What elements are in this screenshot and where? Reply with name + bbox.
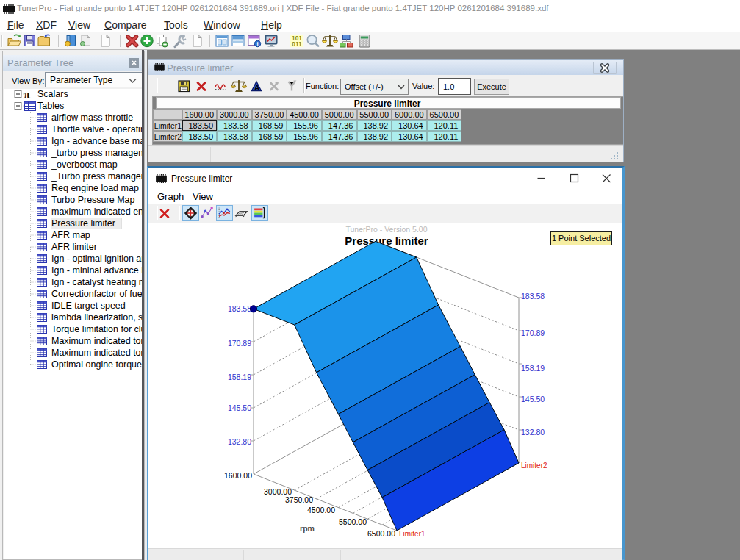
svg-text:Limiter2: Limiter2: [154, 132, 182, 141]
svg-text:138.92: 138.92: [363, 121, 388, 130]
svg-text:6500.00: 6500.00: [429, 110, 459, 119]
svg-text:158.19: 158.19: [228, 373, 251, 381]
svg-text:π: π: [24, 87, 31, 101]
svg-text:183.50: 183.50: [188, 132, 213, 141]
svg-text:Limiter1: Limiter1: [154, 121, 182, 130]
svg-text:4500.00: 4500.00: [290, 110, 319, 119]
svg-text:5500.00: 5500.00: [359, 110, 389, 119]
svg-text:168.59: 168.59: [258, 121, 283, 130]
svg-text:168.59: 168.59: [258, 132, 283, 141]
svg-text:183.58: 183.58: [223, 132, 248, 141]
svg-text:1600.00: 1600.00: [224, 471, 252, 480]
svg-text:155.96: 155.96: [293, 121, 318, 130]
svg-text:183.58: 183.58: [521, 292, 545, 301]
svg-text:A: A: [254, 84, 259, 92]
svg-text:6000.00: 6000.00: [394, 110, 423, 119]
svg-text:rpm: rpm: [300, 524, 315, 533]
svg-text:145.50: 145.50: [521, 395, 545, 403]
svg-text:147.36: 147.36: [328, 121, 353, 130]
svg-text:183.58: 183.58: [223, 121, 248, 130]
svg-text:3750.00: 3750.00: [254, 110, 284, 119]
svg-text:6500.00: 6500.00: [367, 529, 395, 538]
svg-text:5000.00: 5000.00: [324, 110, 353, 119]
svg-text:138.92: 138.92: [363, 132, 388, 141]
svg-text:147.36: 147.36: [328, 132, 353, 141]
svg-text:i: i: [256, 41, 258, 48]
svg-text:120.11: 120.11: [434, 121, 458, 130]
svg-text:011: 011: [292, 40, 302, 48]
svg-text:130.64: 130.64: [398, 121, 423, 130]
svg-text:158.19: 158.19: [521, 364, 545, 373]
svg-text:3000.00: 3000.00: [219, 110, 248, 119]
svg-text:170.89: 170.89: [228, 339, 251, 348]
svg-text:183.50: 183.50: [188, 121, 213, 130]
svg-text:145.50: 145.50: [228, 403, 251, 412]
svg-text:132.80: 132.80: [228, 437, 251, 446]
svg-text:130.64: 130.64: [398, 132, 423, 141]
svg-text:Limiter1: Limiter1: [399, 530, 425, 538]
svg-text:4500.00: 4500.00: [307, 506, 335, 514]
svg-text:1600.00: 1600.00: [184, 110, 214, 119]
svg-text:Pressure limiter: Pressure limiter: [353, 98, 420, 109]
svg-text:132.80: 132.80: [521, 428, 545, 437]
svg-text:170.89: 170.89: [521, 329, 545, 337]
svg-text:5500.00: 5500.00: [339, 517, 367, 526]
svg-text:120.11: 120.11: [434, 132, 458, 141]
svg-text:155.96: 155.96: [293, 132, 318, 141]
svg-text:Limiter2: Limiter2: [521, 462, 547, 470]
svg-text:3750.00: 3750.00: [285, 495, 313, 504]
svg-text:183.58: 183.58: [228, 304, 251, 313]
